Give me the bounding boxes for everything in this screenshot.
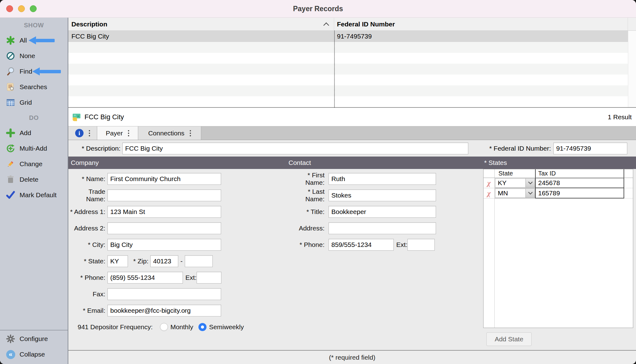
- company-name-input[interactable]: [107, 173, 221, 185]
- states-header-scroll-cap: [624, 169, 633, 178]
- state-cell: KY: [495, 178, 535, 188]
- states-header-blank: [484, 169, 495, 178]
- states-header-tax-id: Tax ID: [535, 169, 624, 178]
- result-count: 1 Result: [608, 113, 632, 121]
- last-name-input[interactable]: [329, 189, 436, 201]
- email-input[interactable]: [107, 305, 221, 316]
- depositor-frequency-label: 941 Depositor Frequency:: [78, 323, 153, 331]
- tab-menu-dots-icon[interactable]: [89, 130, 90, 131]
- sidebar-item-label: Delete: [20, 176, 39, 183]
- address2-label: Address 2:: [68, 225, 107, 232]
- section-company: Company: [68, 159, 288, 166]
- grid-table-icon: [6, 98, 16, 107]
- address1-input[interactable]: [107, 206, 221, 218]
- federal-id-label: * Federal ID Number:: [468, 145, 553, 152]
- tab-connections[interactable]: Connections: [138, 126, 201, 140]
- sidebar-item-add[interactable]: Add: [0, 125, 68, 141]
- states-column: State Tax ID χ KY 245678 χ: [483, 169, 636, 350]
- contact-address-label: Address:: [288, 225, 327, 232]
- sidebar-item-none[interactable]: None: [0, 48, 68, 64]
- asterisk-icon: [6, 36, 16, 45]
- delete-state-row-button[interactable]: χ: [484, 188, 495, 198]
- states-scrollbar-track[interactable]: [624, 188, 633, 198]
- sidebar-item-label: Collapse: [20, 351, 45, 358]
- tab-label: Connections: [148, 130, 184, 137]
- city-input[interactable]: [107, 239, 221, 251]
- federal-id-input[interactable]: [553, 143, 627, 154]
- states-scrollbar-track[interactable]: [624, 178, 633, 188]
- tab-info[interactable]: i: [68, 126, 97, 140]
- sidebar-item-grid[interactable]: Grid: [0, 95, 68, 110]
- gear-icon: [6, 334, 16, 344]
- table-scrollbar-track[interactable]: [628, 31, 636, 42]
- fax-input[interactable]: [107, 288, 221, 300]
- last-name-label: * Last Name:: [288, 188, 327, 203]
- sidebar-item-delete[interactable]: Delete: [0, 172, 68, 187]
- title-label: * Title:: [288, 208, 327, 216]
- fax-label: Fax:: [68, 290, 107, 298]
- tab-bar-filler: [201, 126, 636, 140]
- zip-label: * Zip:: [128, 257, 150, 265]
- states-header-state: State: [495, 169, 535, 178]
- sidebar-item-mark-default[interactable]: Mark Default: [0, 187, 68, 203]
- semiweekly-radio-label[interactable]: Semiweekly: [209, 323, 244, 331]
- tab-menu-dots-icon[interactable]: [190, 130, 191, 131]
- tax-id-cell[interactable]: 245678: [535, 178, 624, 188]
- zip-plus4-input[interactable]: [185, 255, 213, 267]
- contact-address-input[interactable]: [329, 222, 436, 234]
- monthly-radio-label[interactable]: Monthly: [170, 323, 193, 331]
- sidebar-item-label: None: [20, 52, 35, 60]
- multi-add-icon: [6, 144, 16, 153]
- contact-column: * First Name: * Last Name: * Title: Addr…: [288, 169, 483, 350]
- city-label: * City:: [68, 241, 107, 248]
- sidebar-item-label: Change: [20, 160, 43, 168]
- sidebar-item-collapse[interactable]: « Collapse: [0, 347, 68, 362]
- table-row-empty: [68, 53, 636, 64]
- show-section-header: SHOW: [0, 18, 68, 33]
- state-dropdown[interactable]: MN: [495, 189, 535, 198]
- contact-ext-input[interactable]: [407, 239, 435, 251]
- close-button[interactable]: [6, 5, 13, 12]
- trade-name-input[interactable]: [107, 189, 221, 201]
- title-input[interactable]: [329, 206, 436, 218]
- sidebar-item-configure[interactable]: Configure: [0, 331, 68, 347]
- sidebar-item-change[interactable]: Change: [0, 156, 68, 172]
- tab-payer[interactable]: Payer: [97, 126, 138, 140]
- table-row-empty: [68, 64, 636, 75]
- tab-menu-dots-icon[interactable]: [128, 130, 129, 131]
- company-phone-input[interactable]: [107, 272, 183, 284]
- description-input[interactable]: [122, 143, 468, 154]
- dropdown-button[interactable]: [525, 189, 535, 198]
- zip-input[interactable]: [150, 255, 178, 267]
- monthly-radio[interactable]: [160, 323, 168, 331]
- sidebar-item-label: Multi-Add: [20, 145, 47, 152]
- dropdown-button[interactable]: [525, 179, 535, 187]
- states-filler: [624, 198, 633, 328]
- add-state-button[interactable]: Add State: [486, 332, 532, 346]
- sidebar-item-multi-add[interactable]: Multi-Add: [0, 141, 68, 156]
- semiweekly-radio[interactable]: [198, 323, 207, 331]
- records-table-header: Description Federal ID Number: [68, 18, 636, 31]
- pencil-icon: [6, 159, 16, 169]
- states-filler: [535, 198, 624, 328]
- company-ext-input[interactable]: [197, 272, 221, 284]
- none-circle-slash-icon: [6, 51, 16, 61]
- delete-state-row-button[interactable]: χ: [484, 178, 495, 188]
- column-header-description[interactable]: Description: [68, 18, 334, 30]
- section-header-bar: Company Contact * States: [68, 157, 636, 169]
- tax-id-cell[interactable]: 165789: [535, 188, 624, 198]
- record-header: FCC Big City 1 Result: [68, 108, 636, 126]
- first-name-label: * First Name:: [288, 171, 327, 186]
- state-input[interactable]: [107, 255, 128, 267]
- sidebar-item-searches[interactable]: Searches: [0, 79, 68, 95]
- column-header-federal-id[interactable]: Federal ID Number: [334, 18, 628, 30]
- contact-phone-input[interactable]: [329, 239, 394, 251]
- zoom-button[interactable]: [30, 5, 37, 12]
- table-row-empty: [68, 96, 636, 107]
- table-row-selected[interactable]: FCC Big City 91-7495739: [68, 31, 636, 42]
- section-contact: Contact: [288, 159, 483, 166]
- first-name-input[interactable]: [329, 173, 436, 185]
- minimize-button[interactable]: [18, 5, 25, 12]
- state-dropdown[interactable]: KY: [495, 178, 535, 188]
- address2-input[interactable]: [107, 222, 221, 234]
